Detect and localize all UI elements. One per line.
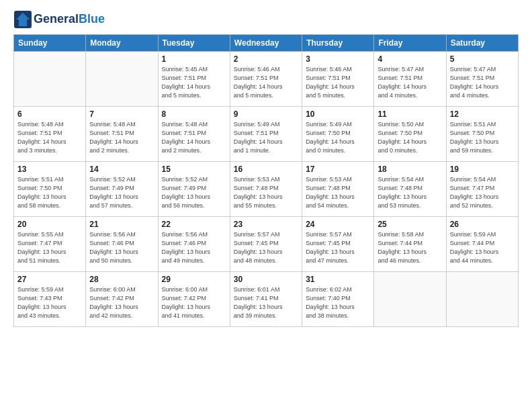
week-row-5: 27Sunrise: 5:59 AM Sunset: 7:43 PM Dayli… [14, 272, 519, 327]
day-info: Sunrise: 5:59 AM Sunset: 7:44 PM Dayligh… [450, 230, 515, 265]
day-info: Sunrise: 5:47 AM Sunset: 7:51 PM Dayligh… [450, 65, 515, 100]
day-info: Sunrise: 6:02 AM Sunset: 7:40 PM Dayligh… [306, 285, 370, 320]
day-number: 26 [450, 220, 515, 229]
calendar-cell: 31Sunrise: 6:02 AM Sunset: 7:40 PM Dayli… [302, 272, 374, 327]
day-number: 13 [17, 165, 82, 174]
day-number: 10 [306, 109, 370, 119]
day-number: 28 [89, 275, 154, 284]
day-info: Sunrise: 5:48 AM Sunset: 7:51 PM Dayligh… [89, 120, 154, 155]
day-number: 8 [162, 109, 226, 119]
week-row-3: 13Sunrise: 5:51 AM Sunset: 7:50 PM Dayli… [14, 162, 519, 217]
day-number: 16 [234, 165, 298, 174]
calendar-cell: 2Sunrise: 5:46 AM Sunset: 7:51 PM Daylig… [230, 52, 302, 107]
day-info: Sunrise: 5:51 AM Sunset: 7:50 PM Dayligh… [450, 120, 515, 155]
calendar-cell [374, 272, 446, 327]
day-info: Sunrise: 5:54 AM Sunset: 7:48 PM Dayligh… [378, 175, 442, 210]
day-info: Sunrise: 5:48 AM Sunset: 7:51 PM Dayligh… [17, 120, 82, 155]
day-number: 20 [17, 220, 82, 229]
day-number: 3 [306, 54, 370, 64]
day-info: Sunrise: 5:45 AM Sunset: 7:51 PM Dayligh… [162, 65, 226, 100]
weekday-header-sunday: Sunday [14, 35, 86, 52]
calendar-cell: 9Sunrise: 5:49 AM Sunset: 7:51 PM Daylig… [230, 107, 302, 162]
day-number: 31 [306, 275, 370, 284]
logo-text: GeneralBlue [34, 13, 105, 26]
calendar-cell: 6Sunrise: 5:48 AM Sunset: 7:51 PM Daylig… [14, 107, 86, 162]
day-info: Sunrise: 5:55 AM Sunset: 7:47 PM Dayligh… [17, 230, 82, 265]
calendar-cell: 29Sunrise: 6:00 AM Sunset: 7:42 PM Dayli… [158, 272, 230, 327]
day-info: Sunrise: 5:54 AM Sunset: 7:47 PM Dayligh… [450, 175, 515, 210]
day-number: 7 [89, 109, 154, 119]
header: GeneralBlue [13, 10, 519, 29]
day-info: Sunrise: 5:56 AM Sunset: 7:46 PM Dayligh… [89, 230, 154, 265]
calendar-cell: 16Sunrise: 5:53 AM Sunset: 7:48 PM Dayli… [230, 162, 302, 217]
day-info: Sunrise: 5:53 AM Sunset: 7:48 PM Dayligh… [306, 175, 370, 210]
calendar-cell: 3Sunrise: 5:46 AM Sunset: 7:51 PM Daylig… [302, 52, 374, 107]
calendar-cell: 8Sunrise: 5:48 AM Sunset: 7:51 PM Daylig… [158, 107, 230, 162]
day-info: Sunrise: 6:00 AM Sunset: 7:42 PM Dayligh… [89, 285, 154, 320]
day-number: 2 [234, 54, 298, 64]
calendar-cell: 21Sunrise: 5:56 AM Sunset: 7:46 PM Dayli… [86, 217, 158, 272]
calendar-cell [446, 272, 518, 327]
day-info: Sunrise: 5:51 AM Sunset: 7:50 PM Dayligh… [17, 175, 82, 210]
day-info: Sunrise: 5:59 AM Sunset: 7:43 PM Dayligh… [17, 285, 82, 320]
day-number: 22 [162, 220, 226, 229]
day-info: Sunrise: 5:52 AM Sunset: 7:49 PM Dayligh… [162, 175, 226, 210]
day-number: 21 [89, 220, 154, 229]
day-info: Sunrise: 5:47 AM Sunset: 7:51 PM Dayligh… [378, 65, 442, 100]
day-info: Sunrise: 5:49 AM Sunset: 7:51 PM Dayligh… [234, 120, 298, 155]
calendar-cell: 20Sunrise: 5:55 AM Sunset: 7:47 PM Dayli… [14, 217, 86, 272]
calendar-cell: 12Sunrise: 5:51 AM Sunset: 7:50 PM Dayli… [446, 107, 518, 162]
day-number: 15 [162, 165, 226, 174]
calendar-cell: 28Sunrise: 6:00 AM Sunset: 7:42 PM Dayli… [86, 272, 158, 327]
calendar-cell: 19Sunrise: 5:54 AM Sunset: 7:47 PM Dayli… [446, 162, 518, 217]
day-info: Sunrise: 5:57 AM Sunset: 7:45 PM Dayligh… [306, 230, 370, 265]
day-number: 19 [450, 165, 515, 174]
day-number: 29 [162, 275, 226, 284]
calendar-cell: 14Sunrise: 5:52 AM Sunset: 7:49 PM Dayli… [86, 162, 158, 217]
day-number: 14 [89, 165, 154, 174]
day-info: Sunrise: 5:46 AM Sunset: 7:51 PM Dayligh… [306, 65, 370, 100]
calendar-cell: 1Sunrise: 5:45 AM Sunset: 7:51 PM Daylig… [158, 52, 230, 107]
logo-icon [13, 10, 32, 29]
weekday-header-thursday: Thursday [302, 35, 374, 52]
calendar-cell: 10Sunrise: 5:49 AM Sunset: 7:50 PM Dayli… [302, 107, 374, 162]
week-row-2: 6Sunrise: 5:48 AM Sunset: 7:51 PM Daylig… [14, 107, 519, 162]
day-info: Sunrise: 5:46 AM Sunset: 7:51 PM Dayligh… [234, 65, 298, 100]
week-row-4: 20Sunrise: 5:55 AM Sunset: 7:47 PM Dayli… [14, 217, 519, 272]
calendar-cell: 30Sunrise: 6:01 AM Sunset: 7:41 PM Dayli… [230, 272, 302, 327]
page: GeneralBlue SundayMondayTuesdayWednesday… [0, 0, 532, 411]
day-info: Sunrise: 6:01 AM Sunset: 7:41 PM Dayligh… [234, 285, 298, 320]
calendar-cell: 7Sunrise: 5:48 AM Sunset: 7:51 PM Daylig… [86, 107, 158, 162]
day-number: 27 [17, 275, 82, 284]
calendar-cell: 4Sunrise: 5:47 AM Sunset: 7:51 PM Daylig… [374, 52, 446, 107]
day-number: 6 [17, 109, 82, 119]
calendar-cell: 11Sunrise: 5:50 AM Sunset: 7:50 PM Dayli… [374, 107, 446, 162]
day-number: 25 [378, 220, 442, 229]
day-info: Sunrise: 5:52 AM Sunset: 7:49 PM Dayligh… [89, 175, 154, 210]
calendar-cell: 27Sunrise: 5:59 AM Sunset: 7:43 PM Dayli… [14, 272, 86, 327]
weekday-header-tuesday: Tuesday [158, 35, 230, 52]
logo: GeneralBlue [13, 10, 105, 29]
day-info: Sunrise: 6:00 AM Sunset: 7:42 PM Dayligh… [162, 285, 226, 320]
calendar-cell: 5Sunrise: 5:47 AM Sunset: 7:51 PM Daylig… [446, 52, 518, 107]
weekday-header-monday: Monday [86, 35, 158, 52]
day-info: Sunrise: 5:58 AM Sunset: 7:44 PM Dayligh… [378, 230, 442, 265]
weekday-header-row: SundayMondayTuesdayWednesdayThursdayFrid… [14, 35, 519, 52]
day-number: 24 [306, 220, 370, 229]
day-number: 1 [162, 54, 226, 64]
day-info: Sunrise: 5:48 AM Sunset: 7:51 PM Dayligh… [162, 120, 226, 155]
day-number: 4 [378, 54, 442, 64]
weekday-header-saturday: Saturday [446, 35, 518, 52]
day-number: 11 [378, 109, 442, 119]
day-number: 18 [378, 165, 442, 174]
calendar: SundayMondayTuesdayWednesdayThursdayFrid… [13, 34, 519, 327]
weekday-header-wednesday: Wednesday [230, 35, 302, 52]
calendar-cell: 13Sunrise: 5:51 AM Sunset: 7:50 PM Dayli… [14, 162, 86, 217]
calendar-cell: 15Sunrise: 5:52 AM Sunset: 7:49 PM Dayli… [158, 162, 230, 217]
day-number: 9 [234, 109, 298, 119]
day-number: 17 [306, 165, 370, 174]
calendar-cell: 25Sunrise: 5:58 AM Sunset: 7:44 PM Dayli… [374, 217, 446, 272]
day-number: 23 [234, 220, 298, 229]
week-row-1: 1Sunrise: 5:45 AM Sunset: 7:51 PM Daylig… [14, 52, 519, 107]
calendar-cell [14, 52, 86, 107]
